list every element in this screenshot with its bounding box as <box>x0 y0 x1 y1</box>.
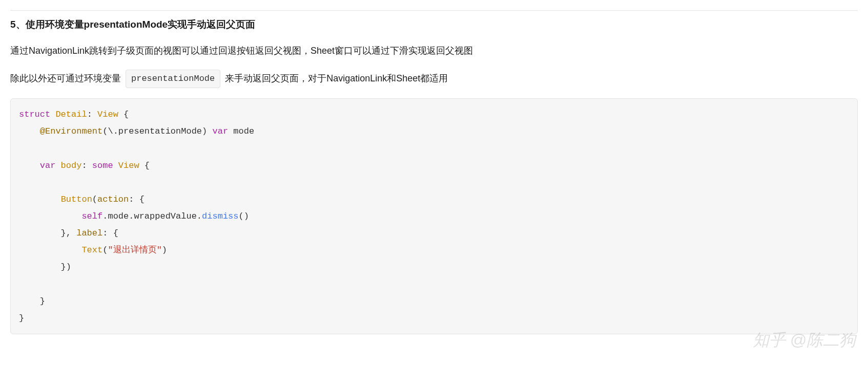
code-keyword-var-2: var <box>40 161 56 170</box>
code-indent-6 <box>19 195 61 204</box>
code-method-dismiss: dismiss <box>202 211 238 221</box>
code-keyword-some: some <box>92 161 113 170</box>
code-ident-body: body <box>55 161 81 170</box>
code-colon-6: : { <box>129 195 144 204</box>
code-paren-7: () <box>239 211 249 221</box>
code-brace-1: { <box>118 110 129 119</box>
code-paren-9-close: ) <box>162 245 167 255</box>
code-type-text: Text <box>81 245 102 255</box>
paragraph-1: 通过NavigationLink跳转到子级页面的视图可以通过回退按钮返回父视图，… <box>10 42 858 59</box>
paragraph-2-text-b: 来手动返回父页面，对于NavigationLink和Sheet都适用 <box>222 73 448 83</box>
paragraph-2-text-a: 除此以外还可通过环境变量 <box>10 73 123 83</box>
code-colon-4: : <box>81 161 92 170</box>
code-type-button: Button <box>61 195 92 204</box>
code-line-13: } <box>19 313 24 323</box>
code-indent-4 <box>19 161 40 170</box>
code-brace-4: { <box>139 161 150 170</box>
code-keyword-var-1: var <box>212 126 228 136</box>
code-indent-2 <box>19 126 40 136</box>
code-keyword-struct: struct <box>19 110 50 119</box>
paragraph-2: 除此以外还可通过环境变量 presentationMode 来手动返回父页面，对… <box>10 70 858 89</box>
code-colon-1: : <box>87 110 97 119</box>
code-chain-7: .mode.wrappedValue. <box>102 211 202 221</box>
code-param-action: action <box>97 195 129 204</box>
top-divider <box>10 10 858 11</box>
code-indent-9 <box>19 245 81 255</box>
code-colon-8: : { <box>102 228 118 238</box>
code-string-exit: "退出详情页" <box>108 245 161 255</box>
code-indent-7 <box>19 211 81 221</box>
code-ident-mode: mode <box>228 126 254 136</box>
code-env-args: (\.presentationMode) <box>102 126 212 136</box>
code-type-view-2: View <box>113 161 139 170</box>
code-indent-8: }, <box>19 228 76 238</box>
code-block: struct Detail: View { @Environment(\.pre… <box>10 98 858 334</box>
code-type-detail: Detail <box>50 110 87 119</box>
inline-code-presentationmode: presentationMode <box>126 70 220 89</box>
code-line-12: } <box>19 296 45 306</box>
code-param-label: label <box>76 228 102 238</box>
code-paren-9-open: ( <box>102 245 108 255</box>
code-line-10: }) <box>19 262 71 272</box>
code-paren-6: ( <box>92 195 97 204</box>
code-type-view: View <box>97 110 118 119</box>
code-keyword-self: self <box>81 211 102 221</box>
section-heading: 5、使用环境变量presentationMode实现手动返回父页面 <box>10 16 858 33</box>
code-attr-environment: @Environment <box>40 126 102 136</box>
